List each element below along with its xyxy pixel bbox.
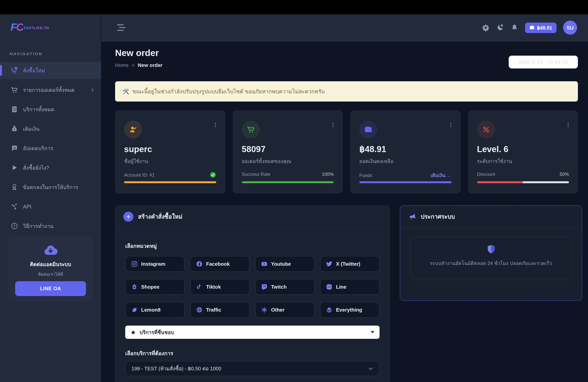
question-icon: ? [10, 222, 18, 230]
category-button-shopee[interactable]: Shopee [125, 279, 185, 295]
kebab-menu-icon[interactable] [447, 122, 454, 128]
settings-gear-icon[interactable] [482, 24, 490, 32]
sidebar-item-9[interactable]: ?วิธีการทำงาน [0, 217, 101, 234]
theme-moon-icon[interactable] [496, 24, 504, 32]
stat-value: superc [124, 144, 152, 154]
breadcrumb-separator: > [132, 62, 135, 68]
category-button-line[interactable]: LINELine [320, 279, 379, 295]
topup-link[interactable]: เติมเงิน → [431, 171, 451, 179]
new-order-panel: สร้างคำสั่งซื้อใหม่ เลือกหมวดหมู่ Instag… [115, 205, 390, 382]
sidebar-item-label: วิธีการทำงาน [23, 222, 53, 230]
kebab-menu-icon[interactable] [565, 122, 571, 128]
cloud-download-icon [43, 243, 58, 258]
user-check-icon [124, 121, 142, 138]
stat-footer-value: 100% [322, 171, 334, 177]
logo-fc-mark: FC [10, 21, 23, 33]
twitter-icon [326, 261, 333, 267]
stat-label: ระดับการใช้งาน [477, 157, 512, 165]
nav-section-label: NAVIGATION [10, 51, 42, 56]
cart-icon [242, 121, 260, 138]
sidebar-item-1[interactable]: สั่งซื้อใหม่ [0, 62, 101, 79]
sidebar-item-label: บริการทั้งหมด [23, 105, 54, 114]
service-select[interactable]: 199 - TEST (ห้ามสั่งซื้อ) - ฿0.50 ต่อ 10… [125, 361, 379, 376]
category-button-facebook[interactable]: Facebook [190, 256, 250, 272]
stat-footer-label: Funds [359, 172, 372, 178]
sidebar-item-7[interactable]: ข้อตกลงในการให้บริการ [0, 179, 101, 196]
category-button-tiktok[interactable]: Tiktok [190, 279, 250, 295]
stat-footer-value: 50% [560, 171, 569, 177]
app-root: FC FASTLIKE-TH NAVIGATION สั่งซื้อใหม่รา… [0, 0, 588, 382]
breadcrumb-current: New order [138, 62, 163, 68]
sidebar-item-label: เติมเงิน [23, 125, 40, 133]
stat-card-1: supercชื่อผู้ใช้งานAccount ID: #1 [115, 110, 225, 193]
award-icon [10, 183, 18, 191]
youtube-icon [261, 261, 268, 267]
category-button-other[interactable]: Other [255, 302, 315, 318]
sidebar-item-2[interactable]: รายการออเดอร์ทั้งหมด [0, 81, 101, 98]
kebab-menu-icon[interactable] [212, 122, 218, 128]
category-button-everything[interactable]: Everything [320, 302, 379, 318]
header-bar: ฿48.91 SU [102, 14, 588, 41]
sidebar-item-label: สั่งซื้อยังไง? [23, 163, 49, 172]
category-button-traffic[interactable]: Traffic [190, 302, 250, 318]
sidebar-item-6[interactable]: สั่งซื้อยังไง? [0, 159, 101, 176]
category-label: Facebook [206, 261, 230, 267]
plus-icon [123, 212, 133, 222]
list-icon [10, 106, 18, 113]
svg-text:?: ? [13, 224, 16, 228]
category-label: Everything [336, 307, 362, 313]
category-label: Line [336, 284, 346, 290]
contact-subtitle: ติดต่อเราได้ที่ [8, 271, 93, 278]
category-label: X (Twitter) [336, 261, 360, 267]
sidebar-item-label: รายการออเดอร์ทั้งหมด [23, 85, 75, 94]
category-button-lemon8[interactable]: Lemon8 [125, 302, 185, 318]
stat-progress-bar [242, 181, 334, 183]
alert-text: ขณะนี้อยู่ในช่วงกำลังปรับปรุงรูปแบบธีมเว… [132, 87, 325, 96]
menu-toggle-button[interactable] [117, 24, 126, 31]
twitch-icon [261, 284, 268, 290]
avatar[interactable]: SU [563, 21, 577, 35]
logo-brand-text: FASTLIKE-TH [24, 26, 49, 30]
category-button-instagram[interactable]: Instagram [125, 256, 185, 272]
announcement-card: ระบบทำงานอัตโนมัติตลอด 24 ชั่วโมง ปลอดภั… [410, 237, 572, 280]
category-button-twitch[interactable]: Twitch [255, 279, 315, 295]
brand-logo[interactable]: FC FASTLIKE-TH [10, 21, 49, 33]
stat-progress-bar [359, 181, 451, 183]
category-label: Instagram [141, 261, 165, 267]
update-icon [10, 144, 18, 152]
instagram-icon [131, 261, 138, 267]
favorites-label: บริการที่ชื่นชอบ [140, 328, 174, 336]
wallet-icon [529, 25, 535, 30]
category-button-youtube[interactable]: Youtube [255, 256, 315, 272]
breadcrumb: Home > New order [115, 62, 163, 68]
percent-icon [477, 121, 495, 138]
balance-amount: ฿48.91 [537, 25, 552, 31]
stat-label: ยอดเงินคงเหลือ [359, 157, 393, 165]
check-circle-icon [210, 171, 216, 178]
service-label: เลือกบริการที่ต้องการ [125, 349, 379, 358]
order-panel-title: สร้างคำสั่งซื้อใหม่ [138, 212, 182, 221]
line-oa-button[interactable]: LINE OA [15, 281, 86, 296]
favorites-select[interactable]: บริการที่ชื่นชอบ [125, 326, 379, 339]
tools-emoji-icon: 🛠️ [123, 88, 129, 95]
sidebar-item-8[interactable]: API [0, 198, 101, 215]
category-button-x-twitter[interactable]: X (Twitter) [320, 256, 379, 272]
asterisk-icon [261, 307, 268, 313]
layers-icon [326, 307, 333, 313]
balance-pill[interactable]: ฿48.91 [525, 22, 556, 33]
sidebar-item-4[interactable]: $เติมเงิน [0, 120, 101, 137]
sidebar-item-5[interactable]: อัปเดตบริการ [0, 140, 101, 157]
category-label: Youtube [271, 261, 291, 267]
stat-footer-label: Account ID: #1 [124, 172, 155, 178]
api-icon [10, 203, 18, 211]
shield-icon [485, 244, 496, 255]
tiktok-icon [196, 284, 203, 290]
category-label: เลือกหมวดหมู่ [125, 242, 379, 250]
sidebar-item-3[interactable]: บริการทั้งหมด [0, 101, 101, 118]
kebab-menu-icon[interactable] [330, 122, 336, 128]
category-label: Shopee [141, 284, 159, 290]
money-bag-icon: $ [10, 125, 18, 133]
notifications-bell-icon[interactable] [511, 24, 518, 32]
breadcrumb-home[interactable]: Home [115, 62, 128, 68]
lemon-icon [131, 307, 138, 313]
